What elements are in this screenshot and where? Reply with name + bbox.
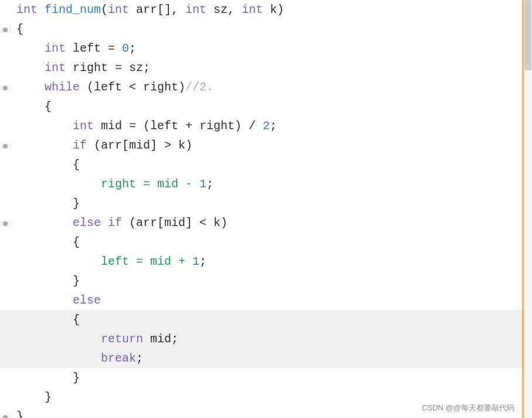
line-content: { [11,310,80,329]
line-content: { [11,232,80,252]
line-content: while (left < right)//2. [11,77,214,97]
line-content: else if (arr[mid] < k) [11,213,228,232]
code-line: left = mid + 1; [0,252,532,271]
line-content: } [11,387,52,407]
line-content: int right = sz; [11,58,150,77]
line-content: int find_num(int arr[], int sz, int k) [11,0,284,19]
code-line: { [0,155,532,174]
line-content: } [11,407,23,418]
code-line: { [0,232,532,252]
scrollbar[interactable] [524,0,532,418]
code-container: int find_num(int arr[], int sz, int k){ … [0,0,532,418]
line-content: { [11,97,52,116]
code-line: int mid = (left + right) / 2; [0,116,532,136]
line-content: break; [11,349,143,368]
gutter [0,144,11,149]
line-content: } [11,194,80,213]
line-content: { [11,155,80,174]
gutter [0,86,11,90]
code-line: } [0,368,532,387]
code-line: { [0,19,532,39]
gutter [0,221,11,226]
code-line: int right = sz; [0,58,532,77]
line-content: left = mid + 1; [11,252,206,271]
code-line: } [0,194,532,213]
scrollbar-thumb[interactable] [524,0,531,70]
gutter [0,28,11,32]
code-line: { [0,97,532,116]
code-line: else [0,291,532,310]
watermark: CSDN @@每天都要敲代码 [422,403,514,413]
code-line: if (arr[mid] > k) [0,136,532,155]
code-line: break; [0,349,532,368]
line-content: } [11,271,80,291]
code-area: int find_num(int arr[], int sz, int k){ … [0,0,532,418]
code-line: return mid; [0,329,532,349]
code-line: int find_num(int arr[], int sz, int k) [0,0,532,19]
line-content: { [11,19,23,39]
code-line: while (left < right)//2. [0,77,532,97]
line-content: int mid = (left + right) / 2; [11,116,277,136]
code-line: else if (arr[mid] < k) [0,213,532,232]
line-content: right = mid - 1; [11,174,214,194]
code-line: int left = 0; [0,39,532,58]
line-content: else [11,291,101,310]
line-content: } [11,368,80,387]
line-content: int left = 0; [11,39,136,58]
gutter [0,415,11,418]
code-line: } [0,271,532,291]
line-content: return mid; [11,329,178,349]
code-line: { [0,310,532,329]
line-content: if (arr[mid] > k) [11,136,192,155]
code-line: right = mid - 1; [0,174,532,194]
